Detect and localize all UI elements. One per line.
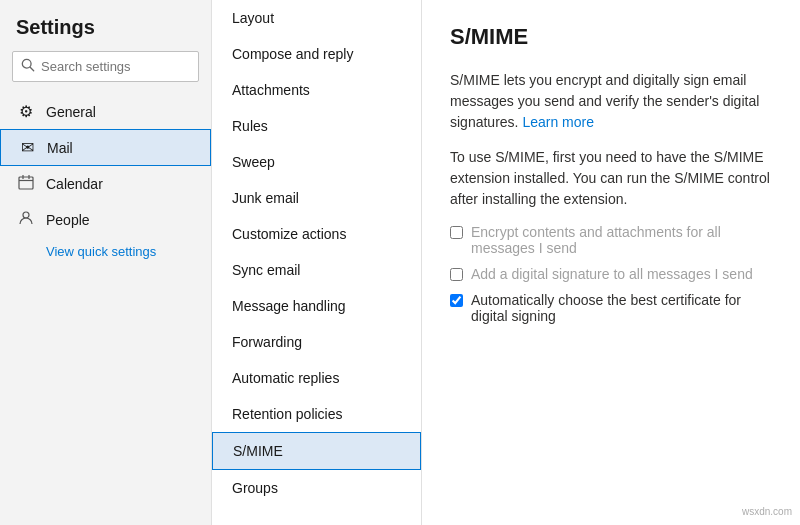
middle-item-message[interactable]: Message handling <box>212 288 421 324</box>
middle-item-smime[interactable]: S/MIME <box>212 432 421 470</box>
middle-item-compose[interactable]: Compose and reply <box>212 36 421 72</box>
svg-line-1 <box>30 67 34 71</box>
sidebar-item-label-calendar: Calendar <box>46 176 103 192</box>
gear-icon: ⚙ <box>16 102 36 121</box>
search-box[interactable] <box>12 51 199 82</box>
signature-checkbox[interactable] <box>450 268 463 281</box>
middle-item-attachments[interactable]: Attachments <box>212 72 421 108</box>
middle-item-retention[interactable]: Retention policies <box>212 396 421 432</box>
sidebar-item-mail[interactable]: ✉ Mail <box>0 129 211 166</box>
encrypt-label: Encrypt contents and attachments for all… <box>471 224 772 256</box>
description-2: To use S/MIME, first you need to have th… <box>450 147 772 210</box>
checkbox-row-encrypt: Encrypt contents and attachments for all… <box>450 224 772 256</box>
search-input[interactable] <box>41 59 190 74</box>
autocert-label: Automatically choose the best certificat… <box>471 292 772 324</box>
encrypt-checkbox[interactable] <box>450 226 463 239</box>
sidebar-item-calendar[interactable]: Calendar <box>0 166 211 202</box>
middle-item-forwarding[interactable]: Forwarding <box>212 324 421 360</box>
middle-item-layout[interactable]: Layout <box>212 0 421 36</box>
sidebar-item-label-mail: Mail <box>47 140 73 156</box>
search-icon <box>21 58 35 75</box>
middle-item-sweep[interactable]: Sweep <box>212 144 421 180</box>
middle-item-sync[interactable]: Sync email <box>212 252 421 288</box>
learn-more-link[interactable]: Learn more <box>522 114 594 130</box>
calendar-icon <box>16 174 36 194</box>
page-title: S/MIME <box>450 24 772 50</box>
view-quick-settings-link[interactable]: View quick settings <box>0 238 211 265</box>
watermark: wsxdn.com <box>742 506 792 517</box>
sidebar-item-people[interactable]: People <box>0 202 211 238</box>
main-content: S/MIME S/MIME lets you encrypt and digit… <box>422 0 800 525</box>
sidebar-item-general[interactable]: ⚙ General <box>0 94 211 129</box>
middle-item-auto[interactable]: Automatic replies <box>212 360 421 396</box>
svg-point-6 <box>23 212 29 218</box>
middle-item-customize[interactable]: Customize actions <box>212 216 421 252</box>
app-title: Settings <box>0 16 211 51</box>
checkbox-row-autocert: Automatically choose the best certificat… <box>450 292 772 324</box>
checkbox-row-signature: Add a digital signature to all messages … <box>450 266 772 282</box>
middle-item-rules[interactable]: Rules <box>212 108 421 144</box>
description-1: S/MIME lets you encrypt and digitally si… <box>450 70 772 133</box>
middle-panel: Layout Compose and reply Attachments Rul… <box>212 0 422 525</box>
middle-item-groups[interactable]: Groups <box>212 470 421 506</box>
sidebar-item-label-people: People <box>46 212 90 228</box>
sidebar-item-label-general: General <box>46 104 96 120</box>
people-icon <box>16 210 36 230</box>
svg-rect-2 <box>19 177 33 189</box>
signature-label: Add a digital signature to all messages … <box>471 266 753 282</box>
sidebar: Settings ⚙ General ✉ Mail Calendar <box>0 0 212 525</box>
autocert-checkbox[interactable] <box>450 294 463 307</box>
middle-item-junk[interactable]: Junk email <box>212 180 421 216</box>
mail-icon: ✉ <box>17 138 37 157</box>
